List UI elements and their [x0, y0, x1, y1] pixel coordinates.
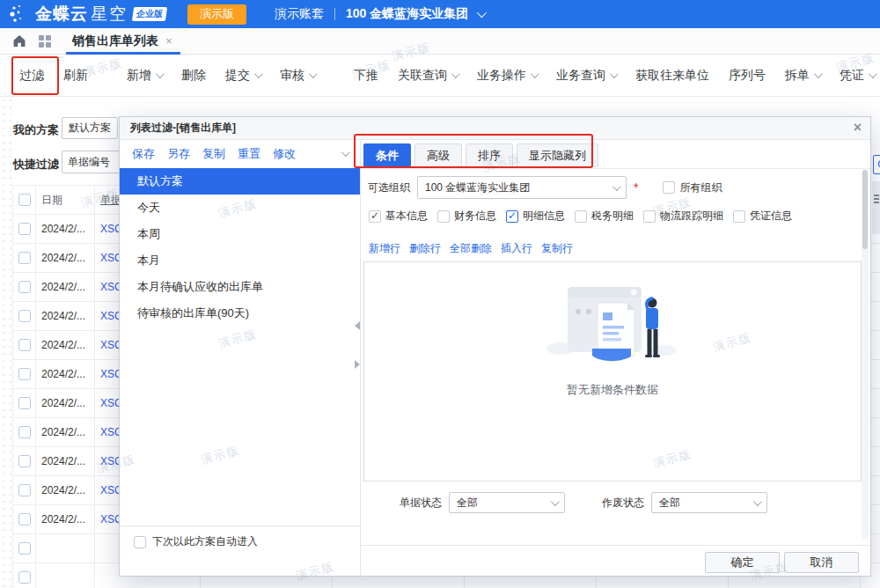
- doc-status-select[interactable]: 全部: [449, 492, 565, 513]
- select-all-checkbox[interactable]: [18, 194, 31, 206]
- info-option-凭证信息[interactable]: 凭证信息: [733, 209, 792, 224]
- chevron-down-icon: [814, 70, 823, 78]
- toolbar-item-提交[interactable]: 提交: [225, 68, 260, 84]
- row-checkbox[interactable]: [18, 223, 31, 235]
- toolbar-item-刷新[interactable]: 刷新: [63, 68, 88, 84]
- checkbox-icon[interactable]: [575, 210, 587, 223]
- plan-action-保存[interactable]: 保存: [132, 146, 155, 162]
- table-search-button[interactable]: [873, 155, 880, 174]
- tab-label: 销售出库单列表: [72, 33, 158, 49]
- row-checkbox[interactable]: [18, 513, 31, 526]
- info-option-财务信息[interactable]: 财务信息: [437, 209, 496, 224]
- row-checkbox[interactable]: [18, 368, 31, 380]
- tab-close-icon[interactable]: [165, 34, 172, 48]
- row-date: 2024/2/...: [36, 302, 95, 330]
- row-checkbox[interactable]: [18, 542, 31, 555]
- all-org-option[interactable]: 所有组织: [663, 180, 722, 195]
- org-row: 可选组织 100 金蝶蓝海实业集团 * 所有组织: [368, 176, 722, 199]
- scheme-item-本月[interactable]: 本月: [120, 247, 360, 274]
- row-select-cell: [13, 244, 36, 272]
- row-checkbox[interactable]: [18, 484, 31, 496]
- info-option-税务明细[interactable]: 税务明细: [575, 209, 634, 224]
- account-name[interactable]: 演示账套: [275, 6, 324, 22]
- info-option-基本信息[interactable]: 基本信息: [369, 209, 428, 224]
- dialog-tab-条件[interactable]: 条件: [363, 143, 411, 167]
- scheme-item-今天[interactable]: 今天: [120, 195, 360, 221]
- row-action-删除行[interactable]: 删除行: [409, 241, 441, 256]
- chevron-down-icon: [753, 497, 762, 506]
- row-checkbox[interactable]: [18, 397, 31, 409]
- scheme-item-本月待确认应收的出库单[interactable]: 本月待确认应收的出库单: [120, 274, 360, 300]
- dialog-scrollbar[interactable]: [862, 170, 869, 540]
- org-select[interactable]: 100 金蝶蓝海实业集团: [417, 176, 627, 199]
- toolbar-item-label: 获取往来单位: [635, 68, 709, 84]
- plan-action-复制[interactable]: 复制: [202, 146, 225, 162]
- row-action-全部删除[interactable]: 全部删除: [450, 241, 492, 256]
- toolbar-item-关联查询[interactable]: 关联查询: [398, 68, 458, 84]
- plan-action-重置[interactable]: 重置: [238, 146, 260, 162]
- scheme-item-待审核的出库单(90天)[interactable]: 待审核的出库单(90天): [120, 300, 360, 327]
- row-checkbox[interactable]: [18, 252, 31, 264]
- row-action-插入行[interactable]: 插入行: [501, 241, 532, 256]
- home-icon[interactable]: [12, 34, 26, 48]
- toolbar-item-业务操作[interactable]: 业务操作: [477, 68, 537, 84]
- toolbar-item-业务查询[interactable]: 业务查询: [556, 68, 616, 84]
- dialog-tab-显示隐藏列[interactable]: 显示隐藏列: [517, 143, 598, 167]
- plan-action-修改[interactable]: 修改: [273, 146, 296, 162]
- info-option-明细信息[interactable]: 明细信息: [506, 209, 565, 224]
- checkbox-icon[interactable]: [437, 210, 450, 223]
- toolbar-item-序列号[interactable]: 序列号: [729, 68, 766, 84]
- row-checkbox[interactable]: [18, 455, 31, 467]
- cancel-button[interactable]: 取消: [784, 552, 859, 573]
- checkbox-icon[interactable]: [643, 210, 656, 223]
- toolbar-item-删除[interactable]: 删除: [181, 68, 206, 84]
- ok-button[interactable]: 确定: [705, 552, 780, 573]
- row-action-新增行[interactable]: 新增行: [369, 241, 400, 256]
- plan-action-另存[interactable]: 另存: [167, 146, 190, 162]
- all-org-checkbox[interactable]: [663, 181, 675, 194]
- dialog-tab-排序[interactable]: 排序: [466, 143, 513, 167]
- row-checkbox[interactable]: [18, 339, 31, 351]
- checkbox-icon[interactable]: [506, 210, 518, 223]
- dialog-close-icon[interactable]: [854, 120, 862, 136]
- toolbar-item-下推[interactable]: 下推: [354, 68, 378, 84]
- row-date: [36, 563, 95, 588]
- void-status-select[interactable]: 全部: [651, 492, 767, 513]
- collapse-left-icon[interactable]: [355, 321, 360, 330]
- row-checkbox[interactable]: [18, 310, 31, 322]
- column-header-date[interactable]: 日期: [36, 186, 95, 214]
- row-action-复制行[interactable]: 复制行: [541, 241, 573, 256]
- checkbox-icon[interactable]: [369, 210, 381, 223]
- expand-right-icon[interactable]: [355, 360, 360, 369]
- org-chevron-down-icon[interactable]: [477, 8, 487, 18]
- auto-enter-checkbox[interactable]: [134, 536, 146, 548]
- toolbar-item-新增[interactable]: 新增: [127, 68, 162, 84]
- info-option-物流跟踪明细[interactable]: 物流跟踪明细: [643, 209, 723, 224]
- scrollbar-thumb[interactable]: [862, 170, 868, 249]
- row-select-cell: [13, 534, 36, 562]
- checkbox-icon[interactable]: [733, 210, 745, 223]
- apps-grid-icon[interactable]: [39, 35, 51, 48]
- my-plan-button[interactable]: 默认方案: [62, 117, 118, 139]
- scheme-item-本周[interactable]: 本周: [120, 221, 360, 247]
- toolbar-item-凭证[interactable]: 凭证: [840, 68, 875, 84]
- current-org-selector[interactable]: 100 金蝶蓝海实业集团: [346, 6, 468, 22]
- demo-version-button[interactable]: 演示版: [187, 4, 246, 25]
- row-checkbox[interactable]: [18, 281, 31, 293]
- toolbar-item-获取往来单位[interactable]: 获取往来单位: [635, 68, 709, 84]
- my-plan-label: 我的方案: [13, 122, 59, 138]
- toolbar-item-过滤[interactable]: 过滤: [19, 68, 44, 84]
- tab-sales-outbound-list[interactable]: 销售出库单列表: [72, 28, 172, 55]
- row-checkbox[interactable]: [18, 571, 31, 584]
- info-option-label: 凭证信息: [750, 209, 792, 224]
- dialog-tab-高级[interactable]: 高级: [414, 143, 462, 167]
- toolbar-item-审核[interactable]: 审核: [280, 68, 315, 84]
- row-checkbox[interactable]: [18, 426, 31, 438]
- scheme-item-默认方案[interactable]: 默认方案: [120, 168, 360, 195]
- header-select-cell: [13, 186, 36, 214]
- toolbar-item-拆单[interactable]: 拆单: [785, 68, 820, 84]
- row-select-cell: [13, 215, 36, 243]
- row-select-cell: [13, 447, 36, 475]
- row-date: 2024/2/...: [36, 389, 95, 417]
- void-status-value: 全部: [659, 496, 680, 511]
